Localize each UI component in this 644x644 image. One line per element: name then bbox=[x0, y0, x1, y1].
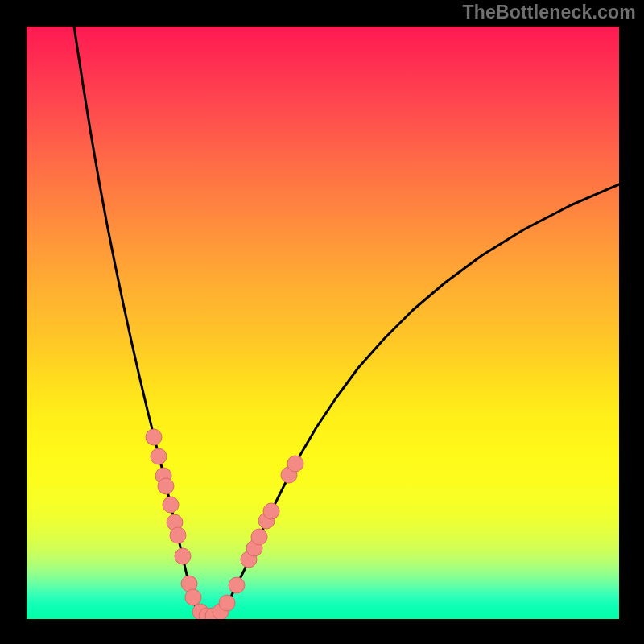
outer-frame: TheBottleneck.com bbox=[0, 0, 644, 644]
watermark-text: TheBottleneck.com bbox=[462, 2, 636, 23]
data-dot bbox=[287, 456, 303, 472]
data-dot bbox=[251, 529, 267, 545]
data-dot bbox=[151, 448, 167, 464]
plot-area bbox=[27, 27, 619, 619]
curve-svg bbox=[27, 27, 619, 619]
data-dot bbox=[219, 595, 235, 611]
data-dots bbox=[146, 429, 303, 619]
data-dot bbox=[229, 577, 245, 593]
data-dot bbox=[163, 497, 179, 513]
curve-path bbox=[74, 27, 619, 617]
data-dot bbox=[170, 527, 186, 543]
data-dot bbox=[175, 548, 191, 564]
data-dot bbox=[158, 478, 174, 494]
data-dot bbox=[185, 589, 201, 605]
data-dot bbox=[146, 429, 162, 445]
data-dot bbox=[263, 503, 279, 519]
bottleneck-curve bbox=[74, 27, 619, 617]
